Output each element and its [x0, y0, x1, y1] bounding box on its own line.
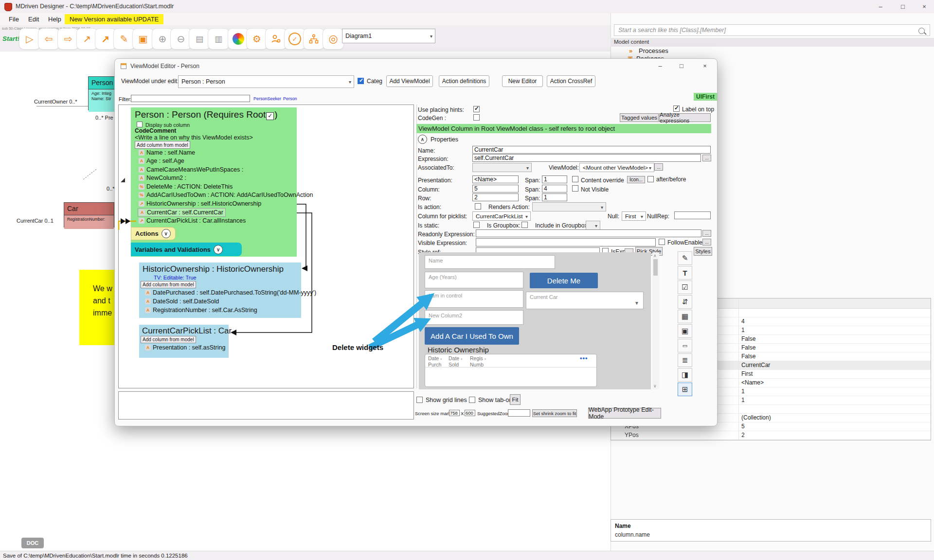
chevron-down-icon[interactable]: ∨ [214, 245, 223, 254]
menu-edit[interactable]: Edit [25, 15, 42, 24]
new-editor-button[interactable]: New Editor [502, 75, 543, 87]
chevron-up-icon[interactable]: ∧ [418, 135, 427, 144]
show-tab-order-checkbox[interactable] [469, 397, 475, 403]
webapp-prototype-button[interactable]: WebApp Prototype Edit-Mode [588, 408, 661, 419]
add-column-button[interactable]: Add column from model [141, 281, 196, 288]
add-column-button[interactable]: Add column from model [135, 141, 190, 149]
chevron-down-icon[interactable]: ∨ [162, 229, 171, 238]
toolbox-list-icon[interactable]: ≣ [678, 353, 692, 367]
nullrep-field[interactable] [674, 211, 711, 219]
variables-section[interactable]: Variables and Validations∨ [131, 243, 242, 256]
not-visible-checkbox[interactable] [572, 185, 578, 192]
dialog-close-button[interactable]: × [697, 60, 713, 71]
categ-checkbox[interactable] [358, 78, 364, 84]
is-action-checkbox[interactable] [475, 203, 481, 210]
label-on-top-checkbox[interactable] [673, 105, 680, 112]
tree-item[interactable]: ARegistrationNumber : self.Car.AsString [145, 307, 257, 314]
screen-width-field[interactable]: 758 [449, 410, 460, 416]
expression-field[interactable]: self.CurrentCar [472, 154, 701, 162]
viewmodel-ellipsis-button[interactable]: ... [654, 163, 663, 171]
table-menu-dots[interactable]: ••• [580, 354, 588, 362]
presentation-field[interactable]: <Name> [472, 175, 519, 183]
picklist-select[interactable]: CurrentCarPickList [472, 211, 531, 221]
viewmodel-editor-dialog[interactable]: ViewModel Editor - Person – □ × ViewMode… [114, 58, 718, 426]
tagged-values-button[interactable]: Tagged values [620, 113, 659, 122]
preview-historic-table[interactable]: Date ▼Purch Date ▼Sold Regis ▼Numb ••• [425, 354, 597, 387]
settings-gears-icon[interactable]: ⚙ [246, 28, 268, 50]
diagram-selector[interactable]: Diagram1 [342, 29, 435, 43]
preview-control-input[interactable]: I am in control [425, 290, 523, 308]
action-crossref-button[interactable]: Action CrossRef [547, 75, 595, 87]
table-row[interactable]: YPos2 [611, 431, 931, 440]
preview-delete-button[interactable]: Delete Me [530, 273, 598, 288]
tree-item[interactable]: %DeleteMe : ACTION: DeleteThis [139, 183, 233, 190]
row-field[interactable]: 2 [472, 193, 519, 201]
toolbox-sort-icon[interactable]: ⇵ [678, 295, 692, 309]
styles-button[interactable]: Styles [694, 247, 712, 256]
properties-section-header[interactable]: ∧ Properties [418, 135, 458, 144]
is-groupbox-checkbox[interactable] [521, 222, 528, 228]
scroll-down-icon[interactable]: ∨ [653, 384, 657, 388]
link-personseeker[interactable]: PersonSeeker [253, 96, 281, 101]
forward-arrow-icon[interactable]: ⇨ [57, 28, 79, 50]
doc-button[interactable]: DOC [21, 538, 44, 548]
search-input[interactable] [614, 24, 930, 36]
update-notice[interactable]: New Version available UPDATE [65, 14, 163, 24]
toolbox-button-icon[interactable]: ▭ [678, 339, 692, 352]
analyze-expressions-button[interactable]: Analyze expressions [659, 113, 711, 122]
car-class-box[interactable]: Car RegistrationNumber: [64, 202, 114, 228]
toolbox-checkbox-icon[interactable]: ☑ [678, 280, 692, 294]
include-groupbox-select[interactable] [586, 221, 600, 230]
start-label[interactable]: Start! [2, 35, 19, 42]
window-maximize-button[interactable]: □ [893, 0, 913, 12]
column-span-field[interactable]: 4 [542, 185, 567, 192]
link-person[interactable]: Person [283, 96, 297, 101]
readonly-ellipsis-button[interactable]: ... [702, 230, 711, 237]
show-grid-lines-checkbox[interactable] [416, 397, 423, 403]
preview-name-input[interactable]: Name [425, 255, 555, 269]
follow-enable-checkbox[interactable] [659, 239, 665, 245]
tree-item[interactable]: ↗CurrentCarPickList : Car.allInstances [139, 217, 246, 224]
codecomment-value[interactable]: <Write a line on why this ViewModel exis… [135, 134, 253, 141]
tree-item[interactable]: ACamelCaseMeansWePutInSpaces : [139, 166, 243, 173]
screen-height-field[interactable]: 600 [465, 410, 475, 416]
tree-item-processes[interactable]: Processes [639, 47, 668, 54]
org-chart-icon[interactable] [303, 28, 324, 50]
tree-item[interactable]: ↗HistoricOwnership : self.HistoricOwners… [139, 200, 261, 207]
toolbox-text-icon[interactable]: T [678, 266, 692, 280]
tree-item[interactable]: APresentation : self.asString [145, 344, 225, 351]
validate-check-icon[interactable]: ✓ [284, 28, 305, 50]
tree-item-selected[interactable]: ACurrentCar : self.CurrentCar [138, 208, 226, 217]
associatedto-select[interactable] [472, 163, 532, 172]
preview-newcolumn2-input[interactable]: New Column2 [425, 310, 523, 325]
visible-ellipsis-button[interactable]: ... [702, 239, 711, 245]
row-span-field[interactable]: 1 [542, 193, 567, 201]
tree-item[interactable]: AName : self.Name [139, 149, 195, 156]
display-sub-column-checkbox[interactable] [137, 122, 143, 127]
is-static-checkbox[interactable] [473, 222, 480, 228]
scrollbar-thumb[interactable] [653, 259, 658, 276]
viewmodel-select[interactable]: <Mount other ViewModel> [579, 163, 654, 172]
content-override-checkbox[interactable] [572, 176, 578, 182]
preview-age-input[interactable]: Age (Years) [425, 272, 523, 288]
use-placing-checkbox[interactable] [473, 106, 480, 112]
user-link-icon[interactable] [265, 28, 287, 50]
preview-addcar-button[interactable]: Add A Car I Used To Own [425, 327, 519, 345]
spiral-icon[interactable]: ◎ [323, 28, 344, 50]
requires-root-checkbox[interactable]: ✓ [266, 112, 274, 120]
scroll-up-icon[interactable]: ∧ [653, 253, 657, 258]
window-minimize-button[interactable]: – [871, 0, 890, 12]
icon-button[interactable]: Icon... [627, 176, 645, 183]
menu-help[interactable]: Help [45, 15, 64, 24]
select-window-icon[interactable]: ▣ [132, 28, 154, 50]
table-header[interactable]: Regis ▼Numb [470, 356, 486, 368]
picklist-box[interactable]: CurrentCarPickList : Car Add column from… [139, 325, 229, 358]
suggested-zoom-field[interactable] [508, 409, 530, 417]
column-field[interactable]: 5 [472, 185, 519, 192]
null-select[interactable]: First [622, 211, 646, 221]
menu-file[interactable]: File [6, 15, 22, 24]
visible-expression-field[interactable] [476, 238, 656, 246]
toolbox-window-gear-icon[interactable]: ⊞ [678, 383, 692, 396]
historic-ownership-box[interactable]: HistoricOwnership : HistoricOwnership TV… [139, 262, 301, 318]
add-viewmodel-button[interactable]: Add ViewModel [386, 75, 433, 87]
